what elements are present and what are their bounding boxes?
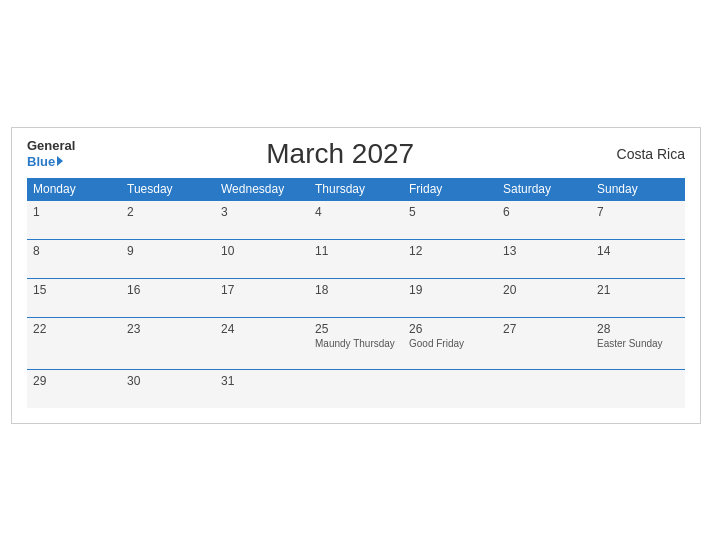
day-number: 26 [409, 322, 491, 336]
day-number: 25 [315, 322, 397, 336]
logo-blue-text: Blue [27, 154, 63, 170]
calendar-container: General Blue March 2027 Costa Rica Monda… [11, 127, 701, 424]
day-number: 19 [409, 283, 491, 297]
calendar-cell: 6 [497, 200, 591, 239]
day-number: 23 [127, 322, 209, 336]
day-number: 16 [127, 283, 209, 297]
calendar-cell: 22 [27, 317, 121, 369]
logo: General Blue [27, 138, 75, 169]
calendar-cell: 17 [215, 278, 309, 317]
calendar-cell: 9 [121, 239, 215, 278]
day-number: 15 [33, 283, 115, 297]
holiday-name: Easter Sunday [597, 338, 679, 349]
weekday-header-sunday: Sunday [591, 178, 685, 201]
calendar-cell: 8 [27, 239, 121, 278]
calendar-cell: 18 [309, 278, 403, 317]
weekday-header-thursday: Thursday [309, 178, 403, 201]
day-number: 21 [597, 283, 679, 297]
day-number: 4 [315, 205, 397, 219]
week-row-5: 293031 [27, 369, 685, 408]
calendar-cell: 1 [27, 200, 121, 239]
day-number: 12 [409, 244, 491, 258]
calendar-cell: 10 [215, 239, 309, 278]
calendar-cell: 2 [121, 200, 215, 239]
calendar-cell [497, 369, 591, 408]
weekday-header-wednesday: Wednesday [215, 178, 309, 201]
calendar-cell: 28Easter Sunday [591, 317, 685, 369]
day-number: 29 [33, 374, 115, 388]
weekday-header-saturday: Saturday [497, 178, 591, 201]
day-number: 27 [503, 322, 585, 336]
day-number: 6 [503, 205, 585, 219]
week-row-3: 15161718192021 [27, 278, 685, 317]
calendar-cell: 7 [591, 200, 685, 239]
day-number: 24 [221, 322, 303, 336]
calendar-cell: 27 [497, 317, 591, 369]
day-number: 3 [221, 205, 303, 219]
day-number: 2 [127, 205, 209, 219]
calendar-cell: 26Good Friday [403, 317, 497, 369]
calendar-cell [591, 369, 685, 408]
calendar-cell [403, 369, 497, 408]
day-number: 9 [127, 244, 209, 258]
calendar-cell: 5 [403, 200, 497, 239]
calendar-cell: 13 [497, 239, 591, 278]
calendar-cell: 31 [215, 369, 309, 408]
day-number: 10 [221, 244, 303, 258]
day-number: 11 [315, 244, 397, 258]
calendar-cell: 3 [215, 200, 309, 239]
weekday-header-friday: Friday [403, 178, 497, 201]
calendar-thead: MondayTuesdayWednesdayThursdayFridaySatu… [27, 178, 685, 201]
day-number: 30 [127, 374, 209, 388]
day-number: 28 [597, 322, 679, 336]
calendar-cell [309, 369, 403, 408]
day-number: 1 [33, 205, 115, 219]
calendar-cell: 29 [27, 369, 121, 408]
calendar-cell: 30 [121, 369, 215, 408]
calendar-cell: 15 [27, 278, 121, 317]
calendar-cell: 11 [309, 239, 403, 278]
week-row-4: 22232425Maundy Thursday26Good Friday2728… [27, 317, 685, 369]
calendar-cell: 16 [121, 278, 215, 317]
day-number: 7 [597, 205, 679, 219]
calendar-cell: 23 [121, 317, 215, 369]
calendar-cell: 19 [403, 278, 497, 317]
weekday-header-monday: Monday [27, 178, 121, 201]
day-number: 8 [33, 244, 115, 258]
week-row-1: 1234567 [27, 200, 685, 239]
calendar-table: MondayTuesdayWednesdayThursdayFridaySatu… [27, 178, 685, 408]
holiday-name: Good Friday [409, 338, 491, 349]
day-number: 18 [315, 283, 397, 297]
logo-triangle-icon [57, 156, 63, 166]
day-number: 17 [221, 283, 303, 297]
calendar-body: 1234567891011121314151617181920212223242… [27, 200, 685, 408]
calendar-cell: 20 [497, 278, 591, 317]
day-number: 13 [503, 244, 585, 258]
day-number: 31 [221, 374, 303, 388]
calendar-cell: 21 [591, 278, 685, 317]
calendar-header: General Blue March 2027 Costa Rica [27, 138, 685, 170]
weekday-header-tuesday: Tuesday [121, 178, 215, 201]
calendar-cell: 25Maundy Thursday [309, 317, 403, 369]
day-number: 14 [597, 244, 679, 258]
calendar-cell: 14 [591, 239, 685, 278]
day-number: 22 [33, 322, 115, 336]
logo-general-text: General [27, 138, 75, 154]
calendar-title: March 2027 [75, 138, 605, 170]
holiday-name: Maundy Thursday [315, 338, 397, 349]
calendar-country: Costa Rica [605, 146, 685, 162]
day-number: 20 [503, 283, 585, 297]
calendar-cell: 4 [309, 200, 403, 239]
week-row-2: 891011121314 [27, 239, 685, 278]
calendar-cell: 24 [215, 317, 309, 369]
calendar-cell: 12 [403, 239, 497, 278]
weekday-header-row: MondayTuesdayWednesdayThursdayFridaySatu… [27, 178, 685, 201]
day-number: 5 [409, 205, 491, 219]
